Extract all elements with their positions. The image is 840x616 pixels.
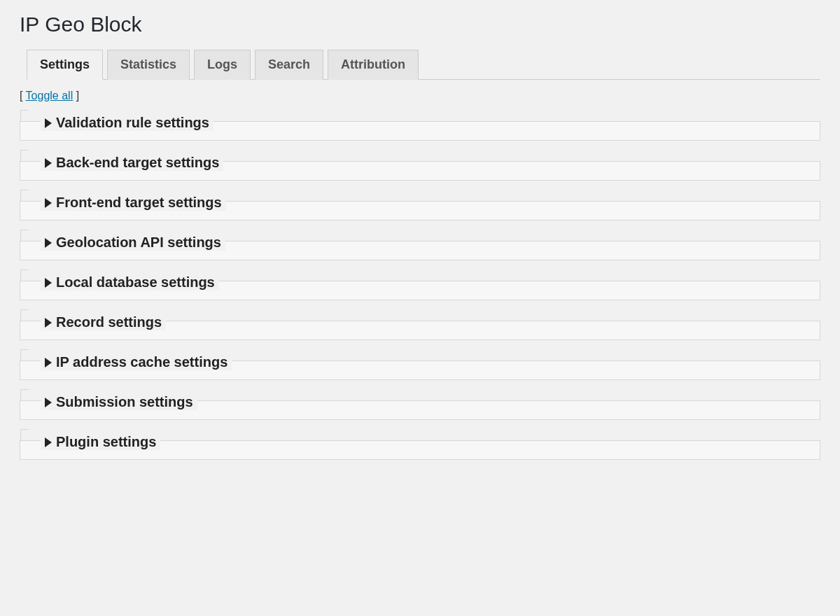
toggle-all-link[interactable]: Toggle all <box>26 90 74 102</box>
expand-icon <box>45 158 52 168</box>
expand-icon <box>45 318 52 328</box>
section-ip-cache: IP address cache settings <box>20 354 820 380</box>
section-title: Submission settings <box>56 394 193 410</box>
toggle-all-row: [ Toggle all ] <box>20 90 820 102</box>
section-plugin: Plugin settings <box>20 434 820 460</box>
tab-statistics[interactable]: Statistics <box>107 50 190 80</box>
section-title: Local database settings <box>56 274 215 290</box>
section-title: Front-end target settings <box>56 195 222 211</box>
expand-icon <box>45 238 52 248</box>
section-title: Validation rule settings <box>56 115 209 131</box>
section-title: IP address cache settings <box>56 354 227 370</box>
bracket-open: [ <box>20 90 26 102</box>
section-title: Record settings <box>56 314 162 330</box>
section-title: Plugin settings <box>56 434 156 450</box>
section-header-geolocation-api[interactable]: Geolocation API settings <box>41 234 225 251</box>
section-header-ip-cache[interactable]: IP address cache settings <box>41 354 232 370</box>
expand-icon <box>45 398 52 407</box>
section-geolocation-api: Geolocation API settings <box>20 234 820 260</box>
tab-logs[interactable]: Logs <box>194 50 251 80</box>
section-local-database: Local database settings <box>20 274 820 300</box>
section-submission: Submission settings <box>20 394 820 420</box>
expand-icon <box>45 118 52 128</box>
section-header-frontend-target[interactable]: Front-end target settings <box>41 195 226 211</box>
tab-settings[interactable]: Settings <box>27 50 103 80</box>
section-header-local-database[interactable]: Local database settings <box>41 274 219 290</box>
tab-search[interactable]: Search <box>255 50 323 80</box>
section-header-backend-target[interactable]: Back-end target settings <box>41 155 223 171</box>
section-frontend-target: Front-end target settings <box>20 195 820 220</box>
section-header-validation-rule[interactable]: Validation rule settings <box>41 115 214 131</box>
expand-icon <box>45 198 52 208</box>
page-title: IP Geo Block <box>20 13 820 36</box>
section-header-record[interactable]: Record settings <box>41 314 166 330</box>
bracket-close: ] <box>73 90 79 102</box>
section-title: Back-end target settings <box>56 155 219 171</box>
section-backend-target: Back-end target settings <box>20 155 820 181</box>
section-record: Record settings <box>20 314 820 340</box>
expand-icon <box>45 438 52 447</box>
section-header-submission[interactable]: Submission settings <box>41 394 197 410</box>
section-header-plugin[interactable]: Plugin settings <box>41 434 160 450</box>
section-title: Geolocation API settings <box>56 234 221 251</box>
tab-row: Settings Statistics Logs Search Attribut… <box>27 49 820 80</box>
expand-icon <box>45 358 52 368</box>
section-validation-rule: Validation rule settings <box>20 115 820 141</box>
tab-attribution[interactable]: Attribution <box>328 50 419 80</box>
expand-icon <box>45 278 52 288</box>
